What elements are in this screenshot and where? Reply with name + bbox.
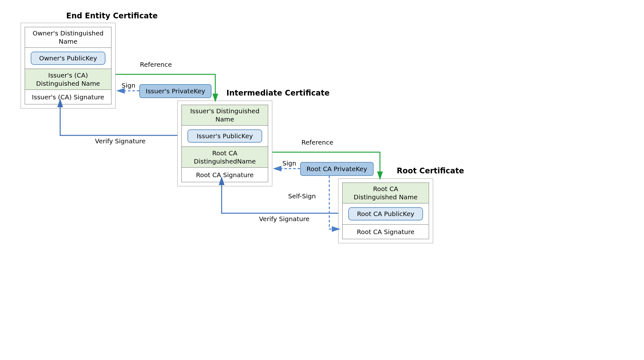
end-entity-cert-box: Owner's Distinguished Name Owner's Publi… [21, 23, 116, 109]
label-verify-2: Verify Signature [259, 215, 310, 223]
intermediate-cert-box: Issuer's Distinguished Name Issuer's Pub… [177, 101, 272, 186]
ee-owner-dn-l2: Name [59, 37, 77, 46]
label-sign-2: Sign [282, 159, 296, 167]
ee-issuer-dn: Issuer's (CA) Distinguished Name [25, 69, 111, 90]
root-dn: Root CA Distinguished Name [342, 183, 429, 203]
int-issuer-dn-l1: Issuer's Distinguished [190, 107, 260, 115]
root-dn-l1: Root CA [373, 185, 398, 193]
root-dn-l2: Distinguished Name [354, 193, 418, 201]
int-root-dn: Root CA DistinguishedName [181, 147, 268, 168]
ee-owner-dn: Owner's Distinguished Name [25, 27, 111, 48]
label-reference-1: Reference [140, 61, 172, 68]
int-root-dn-l2: DistinguishedName [194, 157, 256, 165]
root-private-key: Root CA PrivateKey [300, 162, 374, 176]
title-end-entity: End Entity Certificate [66, 11, 158, 20]
int-issuer-dn: Issuer's Distinguished Name [181, 105, 268, 126]
root-pk: Root CA PublicKey [348, 207, 423, 220]
int-root-dn-l1: Root CA [212, 149, 237, 157]
ee-owner-dn-l1: Owner's Distinguished [33, 29, 104, 37]
title-root: Root Certificate [397, 166, 464, 175]
label-self-sign: Self-Sign [288, 192, 316, 200]
ee-issuer-dn-l2: Distinguished Name [36, 79, 100, 88]
root-pk-cell: Root CA PublicKey [342, 203, 429, 225]
int-issuer-dn-l2: Name [215, 115, 234, 123]
root-sig-text: Root CA Signature [357, 228, 414, 236]
root-cert-box: Root CA Distinguished Name Root CA Publi… [338, 178, 433, 243]
int-root-sig: Root CA Signature [181, 168, 268, 182]
issuer-private-key: Issuer's PrivateKey [139, 84, 212, 98]
root-sig: Root CA Signature [342, 225, 429, 239]
ee-issuer-sig: Issuer's (CA) Signature [25, 90, 111, 104]
label-reference-2: Reference [301, 139, 333, 146]
ee-owner-pk: Owner's PublicKey [31, 52, 105, 65]
int-issuer-pk-cell: Issuer's PublicKey [181, 126, 268, 147]
int-root-sig-text: Root CA Signature [196, 171, 254, 179]
int-issuer-pk: Issuer's PublicKey [187, 129, 262, 143]
label-verify-1: Verify Signature [95, 137, 146, 145]
ee-issuer-sig-text: Issuer's (CA) Signature [32, 93, 104, 101]
title-intermediate: Intermediate Certificate [226, 89, 330, 97]
ee-issuer-dn-l1: Issuer's (CA) [48, 71, 88, 79]
label-sign-1: Sign [122, 82, 136, 89]
ee-owner-pk-cell: Owner's PublicKey [25, 48, 111, 69]
